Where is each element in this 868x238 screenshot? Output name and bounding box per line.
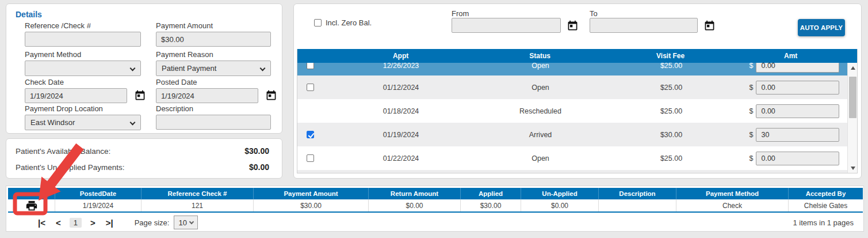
pagination-bar: |< < 1 > >| Page size: 10 1 items in 1 p… [8,214,862,231]
payment-amount-label: Payment Amount [156,21,213,30]
description-cell [599,199,676,211]
currency-prefix: $ [750,84,754,92]
status-column-header: Status [478,52,602,60]
payment-amount-input[interactable] [156,32,271,47]
payment-method-cell: Check [676,199,789,211]
currency-prefix: $ [750,131,754,139]
payment-reason-label: Payment Reason [156,50,213,59]
check-date-input[interactable] [25,88,127,103]
available-balance-value: $30.00 [244,146,269,156]
last-page-button[interactable]: >| [106,218,113,228]
from-date-input[interactable] [452,18,561,33]
row-checkbox[interactable] [307,154,314,162]
first-page-button[interactable]: |< [38,218,45,228]
row-checkbox[interactable] [307,84,314,91]
currency-prefix: $ [750,154,754,163]
calendar-icon[interactable] [134,89,146,101]
partial-row [297,170,848,173]
return-amount-column-header: Return Amount [369,188,461,199]
payment-reason-select[interactable]: Patient Payment [156,61,271,76]
amt-input[interactable] [756,152,839,165]
payment-row: 1/19/2024 121 $30.00 $0.00 $30.00 $0.00 … [8,199,863,213]
row-checkbox-checked[interactable] [307,131,314,138]
drop-location-select[interactable]: East Windsor [25,115,141,130]
unapplied-cell: $0.00 [521,199,599,211]
items-summary: 1 items in 1 pages [793,218,854,227]
scroll-down-button[interactable] [848,163,858,173]
table-row[interactable]: 01/12/2024 Open $25.00 $ [297,75,848,99]
next-page-button[interactable]: > [90,218,95,228]
calendar-icon[interactable] [567,20,579,32]
payment-amount-column-header: Payment Amount [254,188,369,199]
payment-reason-value: Patient Payment [162,64,216,73]
page-size-value: 10 [178,218,186,227]
amt-input[interactable] [756,128,839,142]
table-row[interactable]: 01/19/2024 Arrived $30.00 $ [297,123,848,146]
unapplied-column-header: Un-Applied [521,188,599,199]
currency-prefix: $ [750,107,754,115]
print-icon[interactable] [25,199,38,212]
auto-apply-button[interactable]: AUTO APPLY [798,19,845,36]
posted-date-column-header: PostedDate [55,188,142,199]
payment-method-select[interactable] [25,61,141,76]
amt-input[interactable] [756,63,839,73]
applied-cell: $30.00 [461,199,521,211]
chevron-down-icon [130,120,136,126]
to-date-label: To [590,9,598,18]
page-size-select[interactable]: 10 [174,216,198,229]
page-size-label: Page size: [135,218,170,227]
table-row[interactable]: 01/22/2024 Open $25.00 $ [297,146,848,170]
print-column-header [8,188,55,199]
scroll-up-button[interactable] [848,63,858,73]
payment-method-label: Payment Method [25,50,81,59]
to-date-input[interactable] [590,18,698,33]
payment-method-column-header: Payment Method [676,188,789,199]
chevron-down-icon [260,66,266,71]
visit-fee-column-header: Visit Fee [602,52,740,60]
details-title: Details [16,10,42,19]
posted-date-input[interactable] [156,88,258,103]
currency-prefix: $ [750,63,754,70]
table-row-selected[interactable]: 12/26/2023 Open $25.00 $ [297,63,848,75]
incl-zero-bal-checkbox[interactable] [314,19,322,27]
amt-input[interactable] [756,104,839,118]
prev-page-button[interactable]: < [56,218,61,228]
incl-zero-bal-field: Incl. Zero Bal. [314,18,372,27]
description-column-header: Description [599,188,676,199]
vertical-scrollbar[interactable] [847,63,857,173]
arrow-up-icon [851,66,855,70]
table-row[interactable]: 01/18/2024 Rescheduled $25.00 $ [297,99,848,123]
from-date-label: From [452,9,469,18]
return-amount-cell: $0.00 [369,199,461,211]
current-page-indicator: 1 [70,218,82,228]
chevron-down-icon [189,220,194,224]
check-date-label: Check Date [25,78,64,86]
available-balance-label: Patient's Available Balance: [16,147,110,156]
drop-location-label: Payment Drop Location [25,104,103,113]
reference-check-input[interactable] [25,32,141,47]
accepted-by-cell: Chelsie Gates [789,199,863,211]
balance-panel: Patient's Available Balance: $30.00 Pati… [6,138,282,179]
description-label: Description [156,104,193,113]
incl-zero-bal-label: Incl. Zero Bal. [326,18,372,27]
appointments-grid: Appt Status Visit Fee Amt 12/26/2023 Ope… [297,49,858,173]
appointments-grid-header: Appt Status Visit Fee Amt [297,49,857,63]
unapplied-payments-value: $0.00 [249,163,269,172]
applied-column-header: Applied [461,188,521,199]
row-checkbox[interactable] [307,63,314,69]
drop-location-value: East Windsor [30,118,75,127]
description-input[interactable] [156,115,271,130]
appt-column-header: Appt [323,52,478,60]
calendar-icon[interactable] [703,20,716,32]
amt-input[interactable] [756,81,839,95]
reference-check-label: Reference /Check # [25,21,91,30]
unapplied-payments-label: Patient's Un-Applied Payments: [16,163,124,172]
accepted-by-column-header: Accepted By [789,188,863,199]
appointments-panel: Incl. Zero Bal. From To AUTO APPLY Appt … [293,3,862,179]
calendar-icon[interactable] [265,89,277,101]
posted-date-cell: 1/19/2024 [55,199,142,211]
chevron-down-icon [130,66,136,71]
scrollbar-thumb[interactable] [849,77,856,118]
amt-column-header: Amt [739,52,857,60]
payments-grid-header: PostedDate Reference Check # Payment Amo… [8,188,863,199]
